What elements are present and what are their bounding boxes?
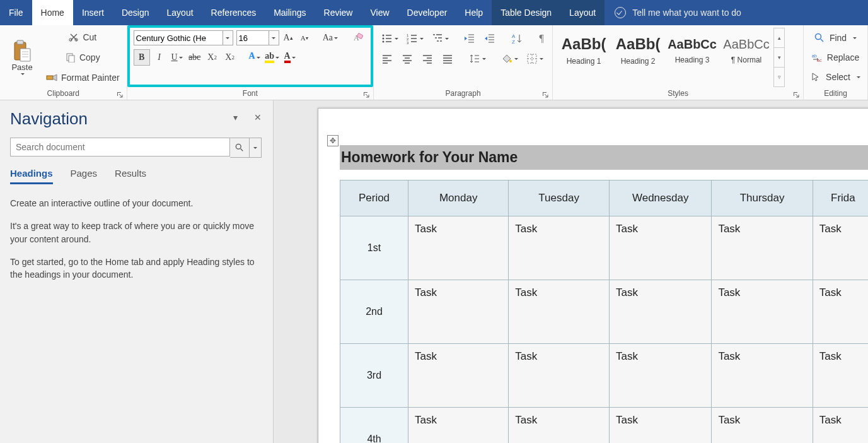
nav-tab-pages[interactable]: Pages (71, 168, 98, 184)
style-heading2[interactable]: AaBb(Heading 2 (611, 28, 665, 73)
task-cell[interactable]: Task (610, 408, 712, 444)
underline-button[interactable]: U (169, 49, 185, 66)
tab-insert[interactable]: Insert (73, 0, 113, 25)
task-cell[interactable]: Task (408, 280, 509, 344)
find-button[interactable]: Find (807, 29, 864, 47)
task-cell[interactable]: Task (712, 216, 813, 280)
font-size-control[interactable] (234, 30, 279, 45)
col-wednesday[interactable]: Wednesday (610, 180, 712, 216)
tab-view[interactable]: View (361, 0, 398, 25)
navigation-search-dropdown[interactable] (250, 138, 262, 158)
task-cell[interactable]: Task (408, 344, 509, 408)
task-cell[interactable]: Task (509, 408, 610, 444)
nav-tab-headings[interactable]: Headings (10, 168, 53, 184)
tab-review[interactable]: Review (315, 0, 362, 25)
shading-button[interactable] (497, 50, 521, 67)
document-area[interactable]: ✥ Homework for Your Name Period Monday T… (274, 100, 868, 443)
strikethrough-button[interactable]: abc (187, 49, 203, 66)
decrease-indent-button[interactable] (460, 30, 479, 47)
navigation-menu-dropdown[interactable]: ▾ (233, 112, 238, 122)
style-heading3[interactable]: AaBbCcHeading 3 (665, 28, 719, 73)
tab-references[interactable]: References (202, 0, 265, 25)
font-name-control[interactable] (134, 30, 233, 45)
table-move-handle[interactable]: ✥ (327, 135, 339, 146)
numbering-button[interactable]: 123 (403, 30, 427, 47)
period-cell[interactable]: 4th (340, 408, 408, 444)
homework-table[interactable]: Period Monday Tuesday Wednesday Thursday… (340, 180, 868, 443)
align-center-button[interactable] (398, 50, 417, 67)
tell-me[interactable]: Tell me what you want to do (605, 0, 751, 25)
grow-font-button[interactable]: A▴ (281, 31, 296, 45)
task-cell[interactable]: Task (813, 280, 868, 344)
tab-mailings[interactable]: Mailings (265, 0, 315, 25)
bold-button[interactable]: B (134, 49, 150, 66)
col-period[interactable]: Period (340, 180, 408, 216)
font-name-dropdown[interactable] (223, 30, 233, 45)
tab-developer[interactable]: Developer (398, 0, 456, 25)
paste-button[interactable]: Paste (4, 28, 40, 87)
sort-button[interactable]: AZ (507, 30, 526, 47)
task-cell[interactable]: Task (712, 408, 813, 444)
col-monday[interactable]: Monday (408, 180, 509, 216)
navigation-search-input[interactable] (10, 138, 230, 157)
task-cell[interactable]: Task (408, 216, 509, 280)
subscript-button[interactable]: X2 (204, 49, 221, 66)
show-marks-button[interactable]: ¶ (535, 31, 548, 46)
align-left-button[interactable] (378, 50, 396, 67)
task-cell[interactable]: Task (509, 344, 610, 408)
justify-button[interactable] (438, 50, 457, 67)
task-cell[interactable]: Task (610, 344, 712, 408)
tab-table-layout[interactable]: Layout (560, 0, 605, 25)
replace-button[interactable]: abac Replace (807, 49, 864, 66)
highlight-button[interactable]: ab (264, 49, 281, 66)
tab-home[interactable]: Home (32, 0, 73, 25)
document-title[interactable]: Homework for Your Name (340, 145, 868, 170)
col-tuesday[interactable]: Tuesday (509, 180, 610, 216)
nav-tab-results[interactable]: Results (115, 168, 146, 184)
clipboard-launcher[interactable] (115, 90, 124, 99)
task-cell[interactable]: Task (813, 216, 868, 280)
tab-help[interactable]: Help (456, 0, 492, 25)
select-button[interactable]: Select (807, 68, 864, 86)
tab-table-design[interactable]: Table Design (492, 0, 560, 25)
increase-indent-button[interactable] (480, 30, 499, 47)
superscript-button[interactable]: X2 (222, 49, 238, 66)
tab-design[interactable]: Design (113, 0, 158, 25)
tab-file[interactable]: File (0, 0, 32, 25)
copy-button[interactable]: Copy (43, 48, 123, 67)
shrink-font-button[interactable]: A▾ (298, 31, 311, 45)
italic-button[interactable]: I (151, 49, 168, 66)
task-cell[interactable]: Task (813, 344, 868, 408)
tab-layout[interactable]: Layout (158, 0, 202, 25)
navigation-search-button[interactable] (230, 138, 250, 158)
period-cell[interactable]: 2nd (340, 280, 408, 344)
task-cell[interactable]: Task (610, 216, 712, 280)
styles-gallery-scroll[interactable]: ▴▾▿ (773, 28, 785, 87)
task-cell[interactable]: Task (408, 408, 509, 444)
line-spacing-button[interactable] (465, 50, 489, 67)
task-cell[interactable]: Task (813, 408, 868, 444)
cut-button[interactable]: Cut (43, 28, 123, 47)
task-cell[interactable]: Task (610, 280, 712, 344)
multilevel-list-button[interactable] (428, 30, 452, 47)
font-name-input[interactable] (134, 30, 223, 45)
font-color-button[interactable]: A (282, 49, 298, 66)
styles-launcher[interactable] (792, 90, 801, 99)
text-effects-button[interactable]: A (246, 49, 263, 66)
font-size-dropdown[interactable] (269, 30, 279, 45)
period-cell[interactable]: 3rd (340, 344, 408, 408)
col-thursday[interactable]: Thursday (712, 180, 813, 216)
task-cell[interactable]: Task (712, 344, 813, 408)
task-cell[interactable]: Task (509, 216, 610, 280)
format-painter-button[interactable]: Format Painter (43, 68, 123, 87)
period-cell[interactable]: 1st (340, 216, 408, 280)
navigation-close-button[interactable]: ✕ (254, 112, 262, 122)
bullets-button[interactable] (378, 30, 402, 47)
style-heading1[interactable]: AaBb(Heading 1 (557, 28, 611, 73)
change-case-button[interactable]: Aa (320, 31, 341, 45)
borders-button[interactable] (523, 50, 547, 67)
clear-formatting-button[interactable]: A (349, 30, 367, 45)
col-friday[interactable]: Frida (813, 180, 868, 216)
align-right-button[interactable] (418, 50, 437, 67)
paragraph-launcher[interactable] (541, 90, 550, 99)
